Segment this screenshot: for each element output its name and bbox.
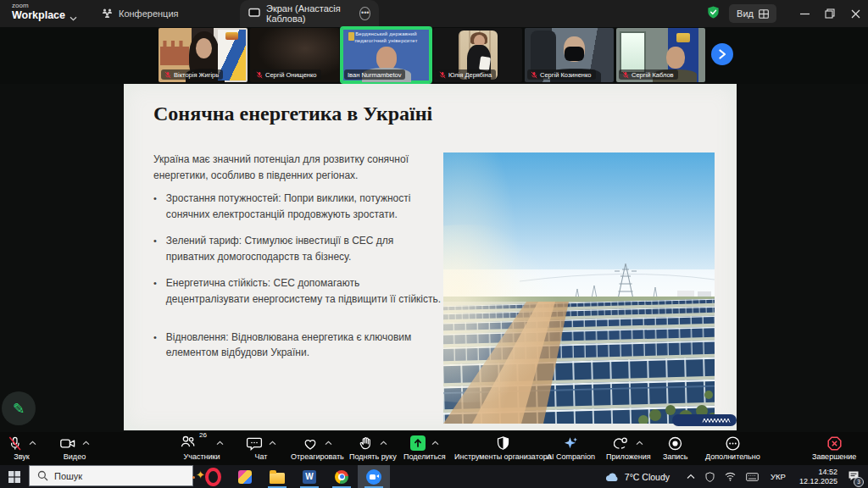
word-app-icon[interactable]: W xyxy=(293,465,326,488)
participants-button[interactable]: 26 Участники xyxy=(180,435,224,461)
tab-meeting-label: Конференция xyxy=(119,8,178,19)
chrome-app-icon[interactable] xyxy=(326,465,358,488)
mic-muted-icon xyxy=(622,71,629,79)
minimize-button[interactable] xyxy=(792,0,817,27)
file-explorer-icon[interactable] xyxy=(261,465,293,488)
chevron-up-icon[interactable] xyxy=(431,441,439,446)
meeting-toolbar: Звук Видео 26 Участники xyxy=(0,432,868,465)
chat-button[interactable]: Чат xyxy=(246,435,276,461)
layout-grid-icon xyxy=(759,9,769,19)
chevron-up-icon[interactable] xyxy=(82,441,90,446)
mic-muted-icon xyxy=(7,435,23,452)
record-button[interactable]: Запись xyxy=(663,435,688,461)
sparkle-icon xyxy=(563,435,579,452)
next-participants-button[interactable] xyxy=(711,43,733,65)
participant-name: Сергій Онищенко xyxy=(265,71,317,79)
heart-icon xyxy=(302,435,319,452)
close-button[interactable] xyxy=(843,0,868,27)
security-tray-icon[interactable] xyxy=(705,472,715,482)
chevron-up-icon[interactable] xyxy=(380,441,387,446)
photos-app-icon[interactable] xyxy=(229,465,261,488)
tab-options-icon[interactable]: ••• xyxy=(359,7,370,20)
mic-muted-icon xyxy=(164,71,171,79)
audio-button[interactable]: Звук xyxy=(7,435,36,461)
participants-count-badge: 26 xyxy=(199,431,207,439)
ai-companion-button[interactable]: AI Companion xyxy=(547,435,595,461)
video-art xyxy=(160,36,189,65)
raise-hand-button[interactable]: Поднять руку xyxy=(349,435,397,461)
wifi-icon[interactable] xyxy=(725,472,736,481)
view-button-label: Вид xyxy=(737,8,754,19)
brand-zoom: zoom xyxy=(12,3,65,9)
video-art xyxy=(196,38,212,58)
chevron-up-icon[interactable] xyxy=(269,441,276,446)
pencil-icon: ✎ xyxy=(13,400,25,418)
video-banner-text: Бердянський державнийпедагогічний універ… xyxy=(342,31,431,44)
language-indicator[interactable]: УКР xyxy=(771,472,786,481)
slide-bullet: •Зелений тариф: Стимулює інвестиції в СЕ… xyxy=(153,233,442,264)
chevron-up-icon[interactable] xyxy=(636,441,643,446)
apps-icon xyxy=(614,435,630,452)
chevron-down-icon[interactable] xyxy=(70,9,77,25)
action-center-icon[interactable]: 3 xyxy=(848,469,860,485)
participant-name: Вікторія Жигірь xyxy=(174,71,219,79)
search-input[interactable]: Пошук ✦ xyxy=(29,465,193,486)
participant-name: Сергій Каблов xyxy=(632,71,674,79)
react-button[interactable]: Отреагировать xyxy=(291,435,344,461)
titlebar-right: Вид xyxy=(706,0,868,27)
tab-screen-share[interactable]: Экран (Анастасія Каблова) ••• xyxy=(240,0,379,27)
slide-bullet-list: •Зростання потужностей: Попри виклики, п… xyxy=(153,191,442,372)
system-tray: 7°C Cloudy УКР 14:52 12.12.2025 3 xyxy=(604,465,868,488)
participant-video-deriabina[interactable]: Юлія Дерябіна xyxy=(433,28,522,82)
participant-name: Сергій Козиненко xyxy=(540,71,592,79)
share-screen-icon xyxy=(410,435,426,451)
slide-bullet: •Енергетична стійкість: СЕС допомагають … xyxy=(153,275,442,307)
chat-icon xyxy=(246,435,263,452)
camera-icon xyxy=(59,435,76,452)
participants-grid-icon xyxy=(102,8,113,20)
chevron-up-icon[interactable] xyxy=(325,441,332,446)
video-art xyxy=(666,47,685,69)
raise-hand-icon xyxy=(358,435,374,452)
clock[interactable]: 14:52 12.12.2025 xyxy=(799,468,837,485)
more-icon xyxy=(725,435,741,452)
participant-video-kozynenko[interactable]: Сергій Козиненко xyxy=(525,28,614,82)
share-screen-button[interactable]: Поделиться xyxy=(403,435,446,461)
weather-widget[interactable]: 7°C Cloudy xyxy=(604,472,670,482)
more-button[interactable]: Дополнительно xyxy=(705,435,760,461)
participant-video-zhyhir[interactable]: Вікторія Жигірь xyxy=(159,28,248,82)
opera-app-icon[interactable] xyxy=(197,465,229,488)
search-placeholder: Пошук xyxy=(54,471,82,481)
apps-button[interactable]: Приложения xyxy=(606,435,651,461)
tab-screen-share-label: Экран (Анастасія Каблова) xyxy=(266,3,353,24)
security-shield-icon[interactable] xyxy=(706,5,721,23)
tray-chevron-up-icon[interactable] xyxy=(687,474,695,480)
touch-keyboard-icon[interactable] xyxy=(746,473,759,481)
chevron-up-icon[interactable] xyxy=(216,441,224,446)
taskbar-apps: W xyxy=(197,465,390,488)
solar-farm-image xyxy=(443,152,715,424)
end-meeting-button[interactable]: Завершение xyxy=(812,435,856,461)
view-button[interactable]: Вид xyxy=(729,4,776,23)
windows-taskbar: Пошук ✦ W 7°C Cloudy xyxy=(0,465,868,488)
chevron-up-icon[interactable] xyxy=(29,441,36,446)
participant-video-kablov[interactable]: Сергій Каблов xyxy=(616,28,705,82)
record-icon xyxy=(667,435,683,452)
slide-bullet: •Відновлення: Відновлювана енергетика є … xyxy=(153,330,442,361)
tab-meeting[interactable]: Конференция xyxy=(95,0,185,27)
video-button[interactable]: Видео xyxy=(59,435,90,461)
search-icon xyxy=(37,470,48,481)
restore-button[interactable] xyxy=(817,0,843,27)
participant-video-onyshchenko[interactable]: Сергій Онищенко xyxy=(250,28,339,82)
windows-logo-icon xyxy=(8,471,20,483)
zoom-meeting-window: zoom Workplace Конференция Экран (Анаста… xyxy=(0,0,868,488)
zoom-app-icon[interactable] xyxy=(358,465,390,488)
video-art xyxy=(676,33,690,42)
start-button[interactable] xyxy=(0,465,29,488)
annotate-button[interactable]: ✎ xyxy=(2,391,36,425)
participant-video-nurmambetov[interactable]: Бердянський державнийпедагогічний універ… xyxy=(342,28,431,82)
participant-strip: Вікторія Жигірь Сергій Онищенко Бердянсь… xyxy=(0,27,868,84)
host-tools-button[interactable]: Инструменты организатора xyxy=(454,435,552,461)
video-art xyxy=(376,47,397,70)
brand-workplace: Workplace xyxy=(12,10,65,21)
